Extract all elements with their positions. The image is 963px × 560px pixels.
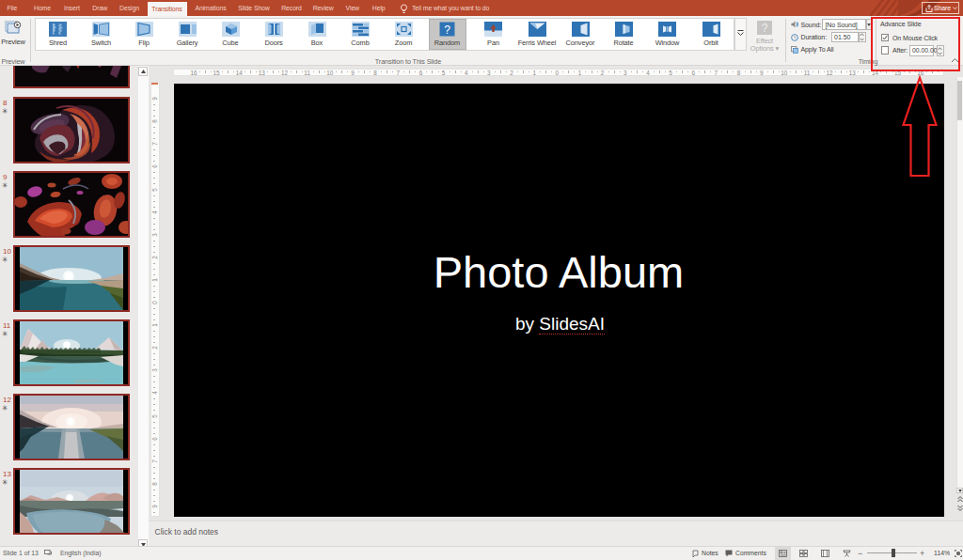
svg-text:?: ? xyxy=(762,22,768,35)
svg-text:?: ? xyxy=(444,23,450,36)
